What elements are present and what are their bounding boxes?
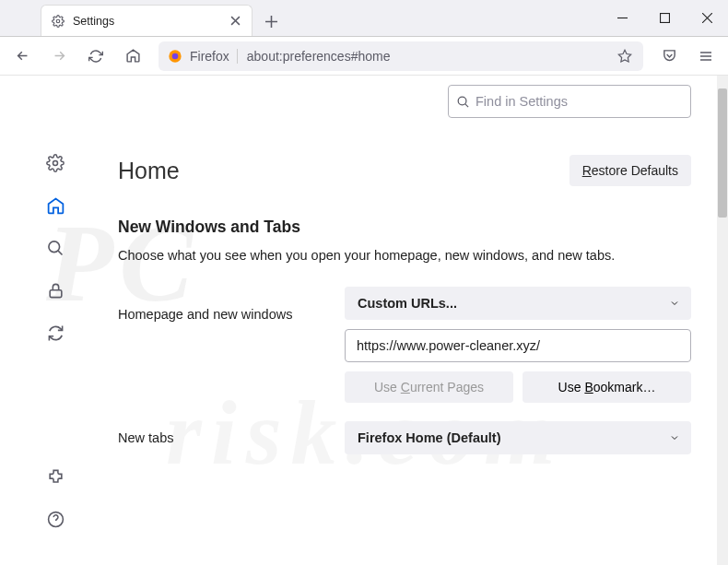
scrollbar-thumb[interactable] — [718, 88, 727, 218]
tab-title: Settings — [73, 15, 220, 28]
svg-point-8 — [458, 97, 466, 105]
svg-rect-6 — [50, 289, 62, 297]
firefox-logo-icon — [168, 49, 182, 64]
settings-sidebar — [39, 153, 72, 529]
sidebar-sync-icon[interactable] — [45, 323, 65, 343]
sidebar-extensions-icon[interactable] — [45, 466, 65, 487]
chevron-down-icon — [669, 298, 680, 309]
use-bookmark-button[interactable]: Use Bookmark… — [523, 371, 691, 403]
window-controls — [601, 0, 728, 36]
home-button[interactable] — [118, 41, 147, 71]
close-window-button[interactable] — [686, 0, 728, 36]
svg-rect-1 — [660, 13, 669, 22]
homepage-select[interactable]: Custom URLs... — [345, 287, 691, 320]
pocket-button[interactable] — [654, 41, 684, 71]
homepage-label: Homepage and new windows — [118, 287, 345, 322]
browser-tab[interactable]: Settings — [41, 5, 252, 36]
sidebar-help-icon[interactable] — [45, 509, 65, 529]
app-menu-button[interactable] — [691, 41, 721, 71]
title-bar: Settings — [0, 0, 728, 37]
section-description: Choose what you see when you open your h… — [118, 246, 691, 265]
forward-button — [44, 41, 74, 71]
settings-search-input[interactable]: Find in Settings — [448, 85, 691, 118]
restore-defaults-button[interactable]: Restore Defaults — [569, 155, 691, 186]
gear-icon — [51, 14, 65, 29]
minimize-button[interactable] — [601, 0, 643, 36]
sidebar-general-icon[interactable] — [45, 153, 65, 173]
svg-point-5 — [49, 241, 60, 253]
homepage-url-input[interactable] — [345, 329, 691, 362]
sidebar-search-icon[interactable] — [45, 238, 65, 258]
url-product-label: Firefox — [190, 49, 238, 64]
reload-button[interactable] — [81, 41, 111, 71]
page-title: Home — [118, 158, 180, 184]
bookmark-star-icon[interactable] — [617, 49, 634, 64]
use-current-pages-button: Use Current Pages — [345, 371, 513, 403]
section-heading: New Windows and Tabs — [118, 218, 691, 237]
new-tab-button[interactable] — [258, 8, 284, 34]
svg-point-4 — [53, 161, 58, 166]
url-address: about:preferences#home — [247, 49, 610, 64]
svg-point-0 — [56, 19, 60, 23]
search-placeholder: Find in Settings — [476, 94, 568, 109]
newtabs-select[interactable]: Firefox Home (Default) — [345, 421, 691, 454]
navigation-toolbar: Firefox about:preferences#home — [0, 37, 728, 76]
close-tab-icon[interactable] — [228, 14, 242, 29]
newtabs-label: New tabs — [118, 430, 345, 445]
sidebar-privacy-icon[interactable] — [45, 280, 65, 300]
settings-page: PC risk.com Find in Settings Home Restor… — [0, 76, 717, 565]
chevron-down-icon — [669, 432, 680, 443]
maximize-button[interactable] — [643, 0, 686, 36]
back-button[interactable] — [7, 41, 37, 71]
svg-point-3 — [172, 53, 179, 59]
search-icon — [456, 95, 470, 109]
sidebar-home-icon[interactable] — [45, 195, 65, 216]
url-bar[interactable]: Firefox about:preferences#home — [159, 41, 643, 71]
